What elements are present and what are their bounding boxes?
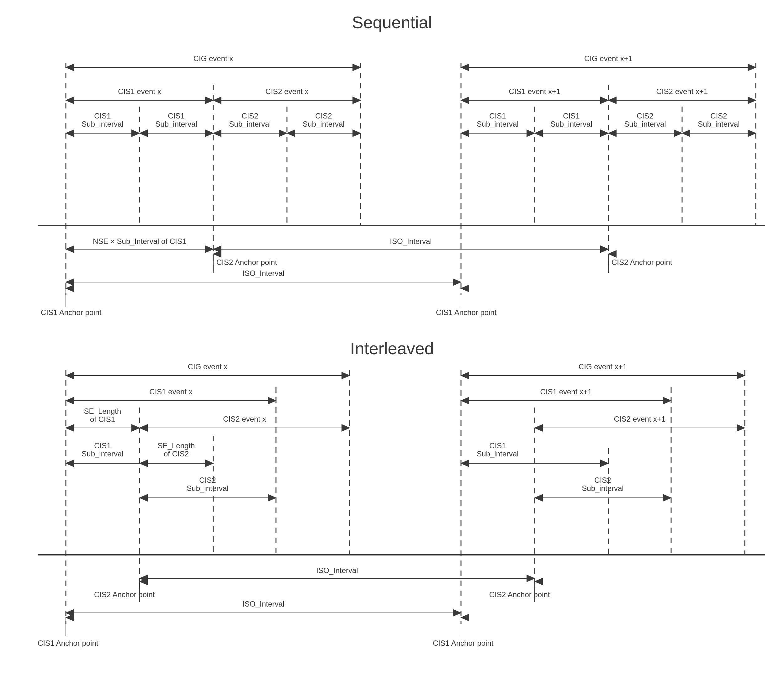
int-cis2-anchor-b: CIS2 Anchor point [489,590,550,599]
int-se2: SE_Lengthof CIS2 [158,441,195,458]
int-cis1-x1: CIS1 event x+1 [540,387,592,396]
seq-cis1-anchor-b: CIS1 Anchor point [436,308,497,316]
svg-text:CIS2Sub_interval: CIS2Sub_interval [624,111,666,128]
svg-text:CIS2Sub_interval: CIS2Sub_interval [698,111,739,128]
seq-cis1-x: CIS1 event x [118,87,161,95]
seq-cis1-anchor-a: CIS1 Anchor point [41,308,102,316]
svg-text:CIS1Sub_interval: CIS1Sub_interval [477,111,518,128]
seq-iso-lower: ISO_Interval [242,269,284,277]
sequential-title: Sequential [352,13,432,32]
seq-cis2-x1: CIS2 event x+1 [656,87,708,95]
int-cis1-sub-b: CIS1Sub_interval [477,441,518,458]
int-cis2-x: CIS2 event x [223,415,266,423]
seq-sub-labels: CIS1Sub_interval CIS1Sub_interval CIS2Su… [82,111,739,128]
int-cis1-anchor-a: CIS1 Anchor point [38,639,99,647]
int-cis1-anchor-b: CIS1 Anchor point [433,639,494,647]
int-cig-x: CIG event x [188,362,228,371]
interleaved-title: Interleaved [350,339,434,358]
svg-text:CIS1Sub_interval: CIS1Sub_interval [155,111,197,128]
int-iso-lower: ISO_Interval [242,600,284,608]
int-iso-upper: ISO_Interval [316,566,358,574]
seq-cis2-anchor-a: CIS2 Anchor point [217,258,277,266]
int-cis2-x1: CIS2 event x+1 [614,415,666,423]
seq-cig-x1: CIG event x+1 [584,54,632,63]
int-cis2-sub-b: CIS2Sub_interval [582,476,624,492]
seq-cis1-x1: CIS1 event x+1 [509,87,561,95]
int-cig-x1: CIG event x+1 [579,362,627,371]
int-cis1-x: CIS1 event x [149,387,192,396]
timing-diagram: Sequential CIG event x CIG event x+1 CIS… [0,0,784,684]
seq-cis2-anchor-b: CIS2 Anchor point [611,258,672,266]
svg-text:CIS1Sub_interval: CIS1Sub_interval [550,111,592,128]
int-cis2-sub-a: CIS2Sub_interval [187,476,228,492]
seq-cis2-x: CIS2 event x [265,87,308,95]
int-se1: SE_Lengthof CIS1 [84,407,121,424]
seq-iso-upper: ISO_Interval [390,237,432,245]
int-cis1-sub-a: CIS1Sub_interval [82,441,123,458]
svg-text:CIS1Sub_interval: CIS1Sub_interval [82,111,123,128]
seq-cig-x: CIG event x [194,54,233,63]
int-cis2-anchor-a: CIS2 Anchor point [94,590,155,599]
svg-text:CIS2Sub_interval: CIS2Sub_interval [302,111,344,128]
seq-nse: NSE × Sub_Interval of CIS1 [93,237,186,245]
svg-text:CIS2Sub_interval: CIS2Sub_interval [229,111,271,128]
